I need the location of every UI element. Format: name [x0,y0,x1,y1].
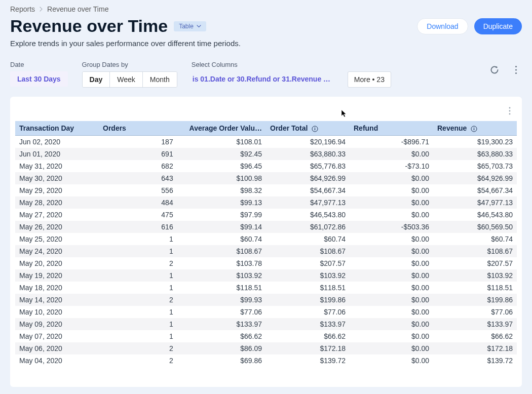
page-subtitle: Explore trends in your sales performance… [10,39,522,48]
col-header-orders[interactable]: Orders [99,121,177,136]
col-header-refund[interactable]: Refund [350,121,433,136]
cell-revenue: $47,977.13 [433,196,517,209]
view-mode-chip[interactable]: Table [174,21,206,31]
table-row[interactable]: May 09, 20201$133.97$133.97$0.00$133.97 [15,318,517,330]
more-label-empty [348,61,391,68]
cell-orders: 484 [99,196,177,209]
table-row[interactable]: May 18, 20201$118.51$118.51$0.00$118.51 [15,282,517,294]
cell-revenue: $60,569.50 [433,221,517,233]
cell-refund: -$503.36 [350,221,433,233]
breadcrumb: Reports Revenue over Time [10,5,522,13]
download-button[interactable]: Download [417,18,468,34]
svg-rect-7 [315,128,315,130]
table-row[interactable]: May 27, 2020475$97.99$46,543.80$0.00$46,… [15,209,517,221]
table-row[interactable]: May 19, 20201$103.92$103.92$0.00$103.92 [15,269,517,282]
cell-orders: 1 [99,318,177,330]
date-filter-chip[interactable]: Last 30 Days [10,71,68,87]
table-row[interactable]: Jun 02, 2020187$108.01$20,196.94-$896.71… [15,136,517,148]
cell-refund: $0.00 [350,209,433,221]
cell-date: May 24, 2020 [15,245,99,257]
cell-total: $66.62 [266,330,350,342]
cell-aov: $96.45 [177,160,266,172]
info-icon[interactable] [312,126,318,132]
col-header-aov[interactable]: Average Order Valu… [177,121,266,136]
cell-total: $172.18 [266,342,350,354]
table-row[interactable]: May 25, 20201$60.74$60.74$0.00$60.74 [15,233,517,245]
data-table: Transaction Day Orders Average Order Val… [15,121,517,367]
cell-orders: 475 [99,209,177,221]
cell-refund: $0.00 [350,294,433,306]
cell-date: May 31, 2020 [15,160,99,172]
group-week-button[interactable]: Week [109,72,142,87]
cell-revenue: $77.06 [433,306,517,318]
cell-orders: 1 [99,233,177,245]
duplicate-button[interactable]: Duplicate [474,18,522,34]
cell-revenue: $54,667.34 [433,184,517,196]
cell-aov: $69.86 [177,354,266,367]
select-columns-chip[interactable]: is 01.Date or 30.Refund or 31.Revenue or… [192,71,333,87]
more-filters-chip[interactable]: More • 23 [348,71,391,88]
table-row[interactable]: May 28, 2020484$99.13$47,977.13$0.00$47,… [15,196,517,209]
table-more-menu-icon[interactable] [504,105,516,117]
cell-orders: 2 [99,257,177,269]
cell-aov: $133.97 [177,318,266,330]
table-row[interactable]: May 30, 2020643$100.98$64,926.99$0.00$64… [15,172,517,184]
cell-revenue: $172.18 [433,342,517,354]
page-title: Revenue over Time [10,16,168,36]
cell-date: May 25, 2020 [15,233,99,245]
table-row[interactable]: May 29, 2020556$98.32$54,667.34$0.00$54,… [15,184,517,196]
col-header-total[interactable]: Order Total [266,121,350,136]
cell-date: May 07, 2020 [15,330,99,342]
col-header-revenue[interactable]: Revenue [433,121,517,136]
group-dates-label: Group Dates by [82,61,177,68]
svg-rect-11 [474,127,474,128]
cell-orders: 616 [99,221,177,233]
table-row[interactable]: May 06, 20202$86.09$172.18$0.00$172.18 [15,342,517,354]
table-row[interactable]: May 24, 20201$108.67$108.67$0.00$108.67 [15,245,517,257]
cell-aov: $103.92 [177,269,266,282]
refresh-icon[interactable] [488,64,501,76]
cell-aov: $99.13 [177,196,266,209]
cell-total: $65,776.83 [266,160,350,172]
cell-refund: $0.00 [350,245,433,257]
cell-refund: $0.00 [350,330,433,342]
table-row[interactable]: May 20, 20202$103.78$207.57$0.00$207.57 [15,257,517,269]
cell-orders: 1 [99,269,177,282]
cell-revenue: $207.57 [433,257,517,269]
cell-revenue: $103.92 [433,269,517,282]
table-row[interactable]: May 04, 20202$69.86$139.72$0.00$139.72 [15,354,517,367]
cell-revenue: $133.97 [433,318,517,330]
svg-point-3 [509,107,511,109]
table-row[interactable]: Jun 01, 2020691$92.45$63,880.33$0.00$63,… [15,148,517,160]
cell-orders: 1 [99,306,177,318]
select-columns-label: Select Columns [192,61,333,68]
info-icon[interactable] [471,126,477,132]
cell-refund: $0.00 [350,342,433,354]
cell-total: $139.72 [266,354,350,367]
table-row[interactable]: May 10, 20201$77.06$77.06$0.00$77.06 [15,306,517,318]
cell-orders: 691 [99,148,177,160]
cell-date: May 04, 2020 [15,354,99,367]
group-day-button[interactable]: Day [83,72,110,87]
cell-date: May 26, 2020 [15,221,99,233]
col-header-date[interactable]: Transaction Day [15,121,99,136]
table-row[interactable]: May 26, 2020616$99.14$61,072.86-$503.36$… [15,221,517,233]
cell-orders: 187 [99,136,177,148]
cell-total: $47,977.13 [266,196,350,209]
table-row[interactable]: May 14, 20202$99.93$199.86$0.00$199.86 [15,294,517,306]
cell-refund: $0.00 [350,148,433,160]
cell-refund: $0.00 [350,269,433,282]
table-row[interactable]: May 07, 20201$66.62$66.62$0.00$66.62 [15,330,517,342]
cell-revenue: $60.74 [433,233,517,245]
table-row[interactable]: May 31, 2020682$96.45$65,776.83-$73.10$6… [15,160,517,172]
chevron-right-icon [39,7,43,12]
cell-aov: $98.32 [177,184,266,196]
breadcrumb-current: Revenue over Time [47,5,108,13]
more-menu-icon[interactable] [510,64,522,76]
cell-total: $20,196.94 [266,136,350,148]
group-month-button[interactable]: Month [142,72,177,87]
cell-date: May 20, 2020 [15,257,99,269]
breadcrumb-root[interactable]: Reports [10,5,35,13]
cell-refund: $0.00 [350,184,433,196]
cell-orders: 556 [99,184,177,196]
